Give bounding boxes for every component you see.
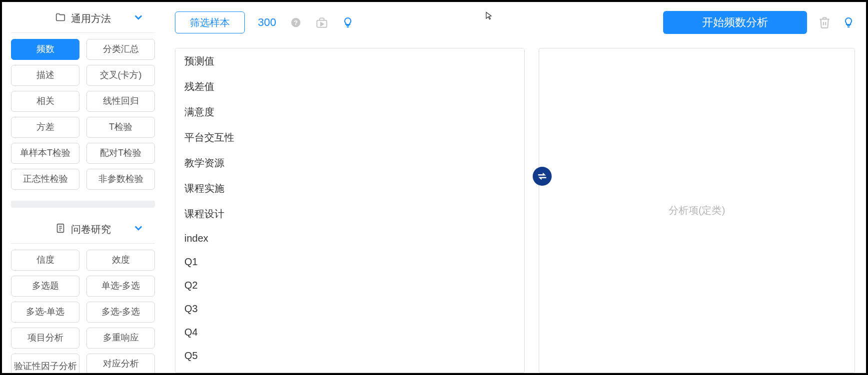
section-footer-bar (11, 201, 155, 208)
variable-list[interactable]: 预测值残差值满意度平台交互性教学资源课程实施课程设计indexQ1Q2Q3Q4Q… (175, 48, 525, 373)
method-button[interactable]: 多选题 (11, 276, 79, 297)
survey-icon (55, 223, 66, 236)
variable-item[interactable]: 预测值 (175, 48, 524, 74)
method-button[interactable]: 对应分析 (86, 354, 155, 373)
method-button[interactable]: 相关 (11, 91, 79, 112)
variable-item[interactable]: Q2 (175, 274, 524, 297)
method-button[interactable]: 效度 (86, 250, 155, 271)
svg-marker-7 (321, 22, 323, 26)
swap-button[interactable] (533, 167, 552, 186)
chevron-down-icon (133, 12, 144, 25)
video-icon[interactable] (315, 16, 328, 29)
variable-item[interactable]: 课程实施 (175, 176, 524, 201)
filter-sample-button[interactable]: 筛选样本 (175, 11, 245, 33)
variable-item[interactable]: 教学资源 (175, 150, 524, 176)
variable-item[interactable]: 平台交互性 (175, 125, 524, 150)
method-button[interactable]: 验证性因子分析 (11, 354, 79, 373)
method-button[interactable]: T检验 (86, 117, 155, 138)
help-icon[interactable]: ? (289, 16, 302, 29)
method-button[interactable]: 线性回归 (86, 91, 155, 112)
trash-icon[interactable] (818, 16, 831, 29)
section-title: 问卷研究 (71, 223, 111, 236)
method-button[interactable]: 分类汇总 (86, 39, 155, 60)
target-placeholder: 分析项(定类) (669, 204, 725, 217)
method-button[interactable]: 配对T检验 (86, 143, 155, 164)
method-grid-general: 频数分类汇总描述交叉(卡方)相关线性回归方差T检验单样本T检验配对T检验正态性检… (8, 39, 158, 199)
method-button[interactable]: 方差 (11, 117, 79, 138)
svg-text:?: ? (294, 19, 298, 26)
method-button[interactable]: 单样本T检验 (11, 143, 79, 164)
method-button[interactable]: 项目分析 (11, 328, 79, 349)
variable-item[interactable]: Q4 (175, 321, 524, 344)
variable-item[interactable]: 课程设计 (175, 201, 524, 227)
method-button[interactable]: 多选-多选 (86, 302, 155, 323)
bulb-icon[interactable] (842, 16, 855, 29)
method-button[interactable]: 正态性检验 (11, 169, 79, 190)
section-header-general[interactable]: 通用方法 (8, 7, 158, 32)
sidebar: 通用方法 频数分类汇总描述交叉(卡方)相关线性回归方差T检验单样本T检验配对T检… (2, 2, 162, 373)
method-grid-survey: 信度效度多选题单选-多选多选-单选多选-多选项目分析多重响应验证性因子分析对应分… (8, 250, 158, 373)
variable-item[interactable]: 残差值 (175, 74, 524, 99)
folder-icon (55, 12, 66, 25)
variable-item[interactable]: Q1 (175, 250, 524, 274)
target-panel[interactable]: 分析项(定类) (539, 48, 855, 373)
method-button[interactable]: 信度 (11, 250, 79, 271)
sample-count: 300 (258, 16, 276, 29)
main-area: 筛选样本 300 ? 开始频数分析 预测值残差值满意度平台交互性教学资源课程实施… (162, 2, 866, 373)
method-button[interactable]: 多选-单选 (11, 302, 79, 323)
section-title: 通用方法 (71, 12, 111, 25)
variable-item[interactable]: Q3 (175, 297, 524, 321)
divider (11, 32, 155, 33)
variable-item[interactable]: index (175, 227, 524, 250)
method-button[interactable]: 非参数检验 (86, 169, 155, 190)
method-button[interactable]: 交叉(卡方) (86, 65, 155, 86)
method-button[interactable]: 频数 (11, 39, 79, 60)
section-header-survey[interactable]: 问卷研究 (8, 218, 158, 243)
bulb-icon[interactable] (341, 16, 354, 29)
divider (11, 243, 155, 244)
variable-item[interactable]: Q5 (175, 344, 524, 368)
method-button[interactable]: 描述 (11, 65, 79, 86)
method-button[interactable]: 多重响应 (86, 328, 155, 349)
toolbar: 筛选样本 300 ? 开始频数分析 (175, 11, 855, 34)
variable-item[interactable]: Q6 (175, 368, 524, 373)
method-button[interactable]: 单选-多选 (86, 276, 155, 297)
chevron-down-icon (133, 223, 144, 236)
panels: 预测值残差值满意度平台交互性教学资源课程实施课程设计indexQ1Q2Q3Q4Q… (175, 48, 855, 373)
run-analysis-button[interactable]: 开始频数分析 (663, 11, 807, 34)
variable-item[interactable]: 满意度 (175, 99, 524, 125)
